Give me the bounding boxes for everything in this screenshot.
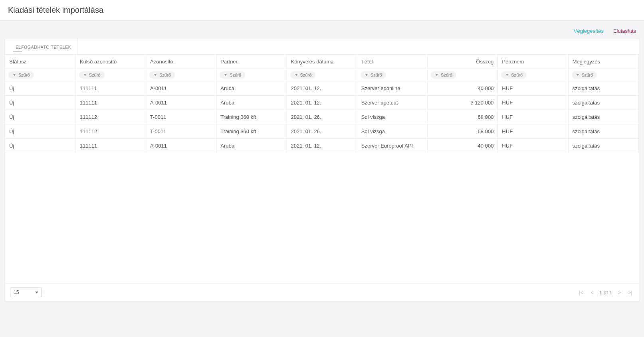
cell-status: Új — [5, 139, 75, 153]
table-body: Új111111A-0011Aruba2021. 01. 12.Szerver … — [5, 81, 639, 153]
cell-id: A-0011 — [146, 96, 216, 110]
col-header-item[interactable]: Tétel — [357, 55, 427, 69]
filter-icon — [294, 73, 298, 77]
filter-external-id[interactable]: Szűrő — [79, 71, 105, 79]
cell-external-id: 111111 — [75, 139, 146, 153]
tabs: ELFOGADHATÓ TÉTELEK — [5, 39, 639, 55]
cell-note: szolgáltatás — [568, 96, 638, 110]
col-header-amount[interactable]: Összeg — [428, 55, 498, 69]
cell-item: Sql vizsga — [357, 124, 427, 139]
cell-note: szolgáltatás — [568, 124, 638, 139]
table-row[interactable]: Új111112T-0011Training 360 kft2021. 01. … — [5, 110, 639, 124]
filter-status[interactable]: Szűrő — [8, 71, 34, 79]
filter-date[interactable]: Szűrő — [290, 71, 316, 79]
col-header-currency[interactable]: Pénznem — [498, 55, 568, 69]
tab-acceptable-items[interactable]: ELFOGADHATÓ TÉTELEK — [9, 39, 78, 54]
cell-status: Új — [5, 81, 75, 96]
table-row[interactable]: Új111112T-0011Training 360 kft2021. 01. … — [5, 124, 639, 139]
filter-icon — [153, 73, 157, 77]
cell-item: Sql viszga — [357, 110, 427, 124]
reject-button[interactable]: Elutasítás — [613, 28, 636, 34]
cell-currency: HUF — [498, 139, 568, 153]
filter-icon — [12, 73, 16, 77]
pager: |< < 1 of 1 > >| — [577, 289, 634, 296]
cell-partner: Aruba — [216, 139, 287, 153]
cell-date: 2021. 01. 12. — [287, 96, 357, 110]
cell-id: A-0011 — [146, 139, 216, 153]
col-header-note[interactable]: Megjegyzés — [568, 55, 638, 69]
cell-date: 2021. 01. 26. — [287, 124, 357, 139]
cell-item: Szerver Europroof API — [357, 139, 427, 153]
table-header-row: Státusz Külső azonosító Azonosító Partne… — [5, 55, 639, 69]
cell-currency: HUF — [498, 96, 568, 110]
cell-external-id: 111112 — [75, 124, 146, 139]
cell-id: A-0011 — [146, 81, 216, 96]
cell-external-id: 111111 — [75, 81, 146, 96]
cell-currency: HUF — [498, 81, 568, 96]
cell-note: szolgáltatás — [568, 139, 638, 153]
table-row[interactable]: Új111111A-0011Aruba2021. 01. 12.Szerver … — [5, 96, 639, 110]
cell-date: 2021. 01. 12. — [287, 81, 357, 96]
table-row[interactable]: Új111111A-0011Aruba2021. 01. 12.Szerver … — [5, 81, 639, 96]
content-area: Véglegesítés Elutasítás ELFOGADHATÓ TÉTE… — [0, 21, 644, 306]
filter-note[interactable]: Szűrő — [572, 71, 597, 79]
col-header-external-id[interactable]: Külső azonosító — [75, 55, 146, 69]
filter-icon — [365, 73, 369, 77]
filter-id[interactable]: Szűrő — [149, 71, 175, 79]
col-header-status[interactable]: Státusz — [5, 55, 75, 69]
filter-icon — [576, 73, 580, 77]
cell-item: Szerver apeteat — [357, 96, 427, 110]
page-header: Kiadási tételek importálása — [0, 0, 644, 21]
cell-external-id: 111112 — [75, 110, 146, 124]
filter-icon — [505, 73, 509, 77]
col-header-date[interactable]: Könyvelés dátuma — [287, 55, 357, 69]
filter-currency[interactable]: Szűrő — [501, 71, 527, 79]
filter-item[interactable]: Szűrő — [361, 71, 386, 79]
cell-partner: Aruba — [216, 96, 287, 110]
card: ELFOGADHATÓ TÉTELEK Státusz Külső azonos… — [5, 39, 639, 302]
filter-icon — [435, 73, 439, 77]
col-header-id[interactable]: Azonosító — [146, 55, 216, 69]
table-footer: 15 |< < 1 of 1 > >| — [5, 283, 639, 301]
cell-status: Új — [5, 124, 75, 139]
cell-status: Új — [5, 96, 75, 110]
pager-text: 1 of 1 — [599, 290, 612, 296]
filter-row: Szűrő Szűrő Szűrő Szűrő Szűrő Szűrő Szűr… — [5, 69, 639, 81]
table-wrap: Státusz Külső azonosító Azonosító Partne… — [5, 55, 639, 283]
cell-partner: Training 360 kft — [216, 110, 287, 124]
action-bar: Véglegesítés Elutasítás — [5, 26, 639, 39]
pager-prev-button[interactable]: < — [589, 289, 595, 296]
cell-partner: Aruba — [216, 81, 287, 96]
table-row[interactable]: Új111111A-0011Aruba2021. 01. 12.Szerver … — [5, 139, 639, 153]
cell-amount: 3 120 000 — [428, 96, 498, 110]
cell-item: Szerver eponline — [357, 81, 427, 96]
cell-amount: 68 000 — [428, 110, 498, 124]
cell-note: szolgáltatás — [568, 110, 638, 124]
filter-icon — [83, 73, 87, 77]
cell-status: Új — [5, 110, 75, 124]
finalize-button[interactable]: Véglegesítés — [574, 28, 604, 34]
pager-last-button[interactable]: >| — [626, 289, 634, 296]
filter-icon — [224, 73, 228, 77]
caret-down-icon — [35, 292, 38, 294]
cell-date: 2021. 01. 26. — [287, 110, 357, 124]
cell-currency: HUF — [498, 124, 568, 139]
page-size-value: 15 — [14, 290, 19, 295]
cell-id: T-0011 — [146, 124, 216, 139]
cell-note: szolgáltatás — [568, 81, 638, 96]
cell-currency: HUF — [498, 110, 568, 124]
cell-amount: 40 000 — [428, 139, 498, 153]
pager-next-button[interactable]: > — [616, 289, 622, 296]
pager-first-button[interactable]: |< — [577, 289, 585, 296]
cell-amount: 40 000 — [428, 81, 498, 96]
filter-partner[interactable]: Szűrő — [220, 71, 245, 79]
cell-id: T-0011 — [146, 110, 216, 124]
cell-date: 2021. 01. 12. — [287, 139, 357, 153]
items-table: Státusz Külső azonosító Azonosító Partne… — [5, 55, 639, 153]
table-empty-space — [5, 153, 639, 283]
cell-external-id: 111111 — [75, 96, 146, 110]
filter-amount[interactable]: Szűrő — [431, 71, 456, 79]
cell-amount: 68 000 — [428, 124, 498, 139]
col-header-partner[interactable]: Partner — [216, 55, 287, 69]
page-size-select[interactable]: 15 — [10, 288, 42, 297]
